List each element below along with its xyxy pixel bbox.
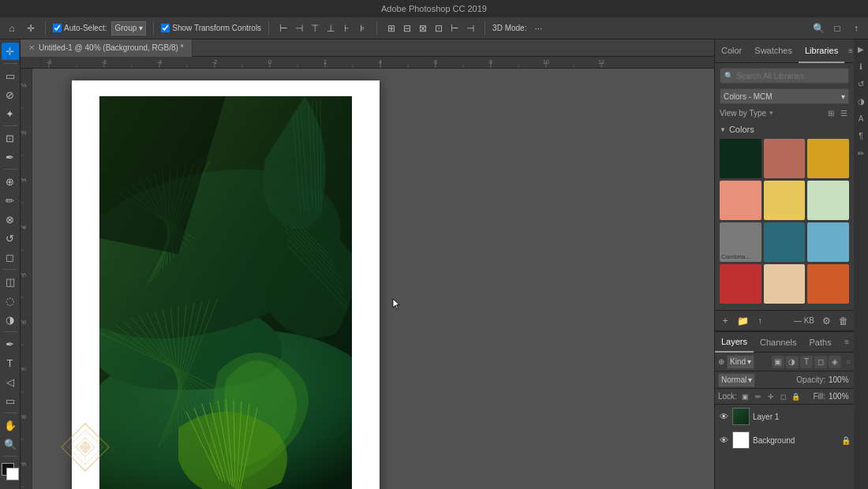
color-swatch-5[interactable] — [807, 181, 849, 220]
lock-artboard-icon[interactable]: ◻ — [778, 391, 789, 402]
fill-value[interactable]: 100% — [829, 392, 851, 401]
background-color[interactable] — [6, 468, 19, 480]
align-top-icon[interactable]: ⊥ — [324, 21, 338, 35]
filter-text-icon[interactable]: T — [800, 356, 813, 368]
lock-transparent-icon[interactable]: ▣ — [740, 391, 751, 402]
lasso-tool[interactable]: ⊘ — [2, 86, 19, 103]
filter-adjust-icon[interactable]: ◑ — [786, 356, 799, 368]
dist5-icon[interactable]: ⊢ — [447, 21, 462, 35]
lock-position-icon[interactable]: ✛ — [765, 391, 776, 402]
shape-tool[interactable]: ▭ — [2, 392, 19, 409]
move-tool[interactable]: ✛ — [2, 43, 19, 60]
history-tool[interactable]: ↺ — [2, 230, 19, 247]
pen-tool[interactable]: ✒ — [2, 335, 19, 353]
layer-visibility-1[interactable]: 👁 — [718, 435, 729, 446]
color-swatch-6[interactable] — [720, 222, 761, 262]
color-tab[interactable]: Color — [715, 39, 748, 63]
search-top-icon[interactable]: 🔍 — [811, 21, 825, 35]
gradient-tool[interactable]: ◫ — [2, 273, 19, 290]
transform-label[interactable]: Show Transform Controls — [161, 24, 261, 32]
transform-checkbox[interactable] — [161, 24, 170, 32]
dist2-icon[interactable]: ⊟ — [400, 21, 414, 35]
rail-arrow-icon[interactable]: ▶ — [855, 43, 867, 55]
rail-type-icon[interactable]: A — [855, 112, 867, 125]
color-swatch-0[interactable] — [720, 139, 761, 178]
foreground-background-colors[interactable] — [2, 463, 19, 480]
align-right-icon[interactable]: ⊤ — [308, 21, 322, 35]
filter-shape-icon[interactable]: ◻ — [814, 356, 827, 368]
eyedropper-tool[interactable]: ✒ — [2, 148, 19, 166]
auto-select-label[interactable]: Auto-Select: — [53, 24, 107, 32]
color-swatch-9[interactable] — [720, 264, 761, 304]
rail-history-icon[interactable]: ↺ — [855, 77, 867, 90]
align-bottom-icon[interactable]: ⊧ — [355, 21, 369, 35]
dist3-icon[interactable]: ⊠ — [416, 21, 430, 35]
align-left-icon[interactable]: ⊢ — [276, 21, 290, 35]
add-item-icon[interactable]: + — [718, 314, 732, 328]
eraser-tool[interactable]: ◻ — [2, 248, 19, 266]
dist1-icon[interactable]: ⊞ — [384, 21, 398, 35]
libraries-tab[interactable]: Libraries — [799, 39, 844, 63]
type-tool[interactable]: T — [2, 354, 19, 371]
panel-menu-icon[interactable]: ≡ — [844, 47, 854, 55]
dist6-icon[interactable]: ⊣ — [463, 21, 477, 35]
upload-icon[interactable]: ↑ — [753, 314, 767, 328]
layers-menu-icon[interactable]: ≡ — [840, 338, 854, 346]
layer-item-1[interactable]: 👁 Background 🔒 — [715, 428, 854, 452]
dodge-tool[interactable]: ◑ — [2, 311, 19, 328]
layers-tab[interactable]: Layers — [715, 332, 754, 353]
path-select-tool[interactable]: ◁ — [2, 373, 19, 390]
color-swatch-11[interactable] — [807, 264, 849, 304]
opacity-value[interactable]: 100% — [829, 375, 851, 384]
lock-pixels-icon[interactable]: ✏ — [753, 391, 764, 402]
paths-tab[interactable]: Paths — [803, 332, 838, 353]
blur-tool[interactable]: ◌ — [2, 292, 19, 309]
rail-info-icon[interactable]: ℹ — [855, 60, 867, 73]
share-icon[interactable]: ↑ — [849, 21, 863, 35]
tab-close-btn[interactable]: ✕ — [28, 43, 35, 52]
trash-icon[interactable]: 🗑 — [836, 314, 851, 328]
auto-select-checkbox[interactable] — [53, 24, 62, 32]
hand-tool[interactable]: ✋ — [2, 416, 19, 434]
list-view-icon[interactable]: ☰ — [838, 107, 849, 118]
color-swatch-10[interactable] — [764, 264, 806, 304]
collapse-triangle[interactable]: ▼ — [720, 126, 726, 133]
filter-smart-icon[interactable]: ◈ — [829, 356, 841, 368]
home-icon[interactable]: ⌂ — [5, 21, 19, 35]
color-swatch-4[interactable] — [764, 181, 806, 220]
layer-item-0[interactable]: 👁 Layer 1 — [715, 405, 854, 428]
zoom-tool[interactable]: 🔍 — [2, 435, 19, 453]
auto-select-dropdown[interactable]: Group ▾ — [111, 21, 146, 35]
lock-all-icon[interactable]: 🔒 — [791, 391, 802, 402]
color-swatch-7[interactable] — [764, 222, 806, 262]
canvas-scroll[interactable] — [32, 69, 714, 489]
filter-pixel-icon[interactable]: ▣ — [772, 356, 784, 368]
color-swatch-3[interactable] — [720, 181, 761, 220]
rail-adjust-icon[interactable]: ◑ — [855, 95, 867, 107]
blend-mode-dropdown[interactable]: Normal ▾ — [718, 373, 755, 387]
clone-tool[interactable]: ⊗ — [2, 211, 19, 228]
color-swatch-8[interactable] — [807, 222, 849, 262]
document-tab[interactable]: ✕ Untitled-1 @ 40% (Background, RGB/8) * — [21, 39, 193, 57]
color-swatch-1[interactable] — [764, 139, 806, 178]
crop-tool[interactable]: ⊡ — [2, 129, 19, 147]
marquee-tool[interactable]: ▭ — [2, 67, 19, 84]
swatches-tab[interactable]: Swatches — [748, 39, 799, 63]
layer-visibility-0[interactable]: 👁 — [718, 411, 729, 422]
filter-toggle[interactable]: ○ — [846, 357, 851, 366]
healing-tool[interactable]: ⊕ — [2, 173, 19, 190]
library-search-input[interactable] — [736, 72, 844, 80]
workspace-icon[interactable]: □ — [830, 21, 844, 35]
move-icon[interactable]: ✛ — [24, 21, 38, 35]
grid-view-icon[interactable]: ⊞ — [825, 107, 836, 118]
filter-dropdown[interactable]: Kind ▾ — [727, 355, 754, 369]
align-center-v-icon[interactable]: ⊦ — [339, 21, 354, 35]
magic-wand-tool[interactable]: ✦ — [2, 105, 19, 122]
brush-tool[interactable]: ✏ — [2, 192, 19, 209]
color-swatch-2[interactable] — [807, 139, 849, 178]
rail-paragraph-icon[interactable]: ¶ — [855, 129, 867, 142]
new-folder-icon[interactable]: 📁 — [735, 314, 750, 328]
rail-brush-icon[interactable]: ✏ — [855, 147, 867, 159]
channels-tab[interactable]: Channels — [754, 332, 803, 353]
align-center-h-icon[interactable]: ⊣ — [292, 21, 306, 35]
